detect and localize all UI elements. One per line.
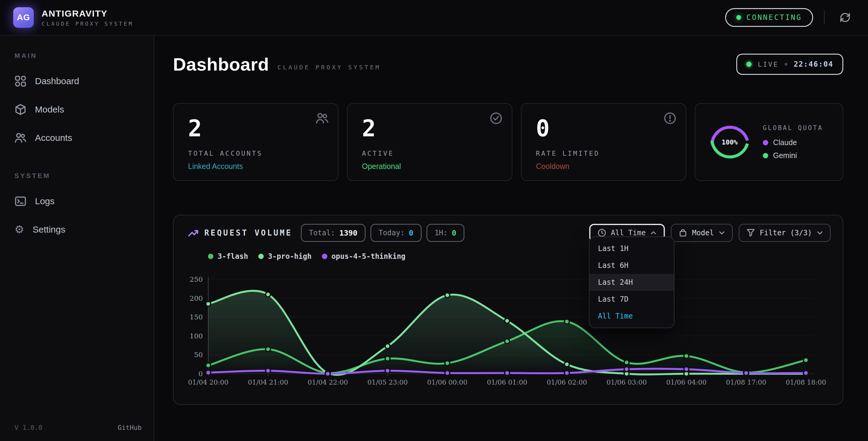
svg-text:100: 100 [190, 332, 203, 340]
svg-text:01/08 18:00: 01/08 18:00 [786, 379, 826, 386]
sidebar-item-models[interactable]: Models [0, 95, 154, 124]
badge-label: 1H: [435, 229, 447, 237]
chevron-up-icon [650, 231, 656, 235]
svg-text:01/06 02:00: 01/06 02:00 [547, 379, 587, 386]
claude-dot-icon [763, 140, 768, 145]
connection-status-badge[interactable]: CONNECTING [725, 8, 813, 27]
topbar: AG ANTIGRAVITY CLAUDE PROXY SYSTEM CONNE… [0, 0, 868, 36]
topbar-divider [824, 11, 825, 24]
stat-value: 0 [536, 117, 671, 140]
quota-title: GLOBAL QUOTA [763, 124, 823, 131]
request-volume-panel: REQUEST VOLUME Total: 1390 Today: 0 1H: … [173, 215, 843, 405]
app-subtitle: CLAUDE PROXY SYSTEM [41, 21, 133, 27]
app-name: ANTIGRAVITY [41, 8, 133, 19]
app-window: AG ANTIGRAVITY CLAUDE PROXY SYSTEM CONNE… [0, 0, 868, 441]
brand-block: ANTIGRAVITY CLAUDE PROXY SYSTEM [41, 8, 133, 27]
badge-label: Today: [378, 229, 405, 237]
svg-text:150: 150 [190, 313, 203, 321]
cube-icon [14, 104, 27, 116]
global-quota-card: 100% GLOBAL QUOTA Claude Gemini [695, 103, 843, 181]
quota-item-gemini: Gemini [763, 151, 823, 160]
badge-value: 0 [452, 229, 456, 237]
topbar-right: CONNECTING [725, 8, 855, 27]
gear-icon: ⚙ [14, 224, 24, 235]
model-filter-label: Model [692, 229, 714, 237]
sidebar-section-system: SYSTEM Logs ⚙ Settings [0, 172, 154, 244]
svg-text:200: 200 [190, 294, 203, 302]
quota-item-claude: Claude [763, 138, 823, 147]
legend-item-opus-4-5-thinking: opus-4-5-thinking [322, 252, 406, 261]
sidebar-item-dashboard[interactable]: Dashboard [0, 67, 154, 95]
svg-text:01/06 00:00: 01/06 00:00 [427, 379, 467, 386]
model-filter-button[interactable]: Model [671, 224, 733, 242]
dropdown-item-last-24h[interactable]: Last 24H [590, 274, 674, 291]
series-dot-icon [258, 254, 264, 259]
sidebar-item-logs[interactable]: Logs [0, 187, 154, 215]
terminal-icon [14, 195, 27, 207]
today-requests-badge: Today: 0 [370, 224, 422, 242]
legend-label: opus-4-5-thinking [332, 252, 406, 261]
refresh-button[interactable] [835, 8, 855, 27]
sidebar-section-main: MAIN Dashboard Models [0, 52, 154, 152]
dropdown-item-last-7d[interactable]: Last 7D [590, 291, 674, 308]
sidebar-item-label: Logs [35, 196, 55, 206]
sidebar-item-settings[interactable]: ⚙ Settings [0, 215, 154, 244]
sidebar-item-accounts[interactable]: Accounts [0, 124, 154, 152]
stat-value: 2 [188, 117, 323, 140]
chart-title: REQUEST VOLUME [204, 228, 292, 237]
svg-text:01/06 03:00: 01/06 03:00 [607, 379, 647, 386]
dropdown-item-all-time[interactable]: All Time [590, 308, 674, 325]
clock-icon [598, 229, 606, 237]
alert-circle-icon [663, 112, 677, 127]
sidebar-section-label: SYSTEM [0, 172, 154, 180]
funnel-icon [747, 229, 755, 237]
separator-dot-icon [784, 63, 787, 66]
quota-item-label: Claude [773, 138, 797, 147]
svg-text:50: 50 [194, 351, 203, 359]
svg-text:01/06 04:00: 01/06 04:00 [666, 379, 707, 386]
quota-donut: 100% [707, 120, 752, 165]
request-volume-chart: 05010015020025001/04 20:0001/04 21:0001/… [174, 215, 842, 404]
stat-card-rate-limited: 0 RATE LIMITED Cooldown [521, 103, 686, 181]
dropdown-item-last-6h[interactable]: Last 6H [590, 257, 674, 274]
grid-icon [14, 75, 27, 87]
github-link[interactable]: GitHub [118, 424, 142, 431]
stat-label: TOTAL ACCOUNTS [188, 150, 323, 157]
svg-text:01/08 17:00: 01/08 17:00 [726, 379, 767, 386]
page-subtitle: CLAUDE PROXY SYSTEM [278, 64, 381, 71]
stats-row: 2 TOTAL ACCOUNTS Linked Accounts 2 ACTIV… [173, 103, 843, 181]
svg-text:01/05 23:00: 01/05 23:00 [367, 379, 408, 386]
main-content: Dashboard CLAUDE PROXY SYSTEM LIVE 22:46… [154, 36, 868, 441]
filter-button[interactable]: Filter (3/3) [739, 224, 831, 242]
package-icon [679, 229, 687, 237]
stat-sub: Linked Accounts [188, 162, 323, 171]
live-dot-icon [746, 62, 752, 67]
legend-label: 3-flash [218, 252, 248, 261]
series-dot-icon [208, 254, 213, 259]
svg-text:250: 250 [190, 275, 203, 283]
logo-text: AG [17, 13, 30, 22]
stat-value: 2 [362, 117, 497, 140]
chevron-down-icon [719, 231, 725, 235]
total-requests-badge: Total: 1390 [301, 224, 366, 242]
refresh-icon [839, 12, 851, 23]
badge-label: Total: [309, 229, 335, 237]
time-range-label: All Time [611, 229, 646, 237]
page-header: Dashboard CLAUDE PROXY SYSTEM LIVE 22:46… [173, 54, 843, 75]
badge-value: 0 [409, 229, 413, 237]
version-label: V 1.0.0 [14, 424, 42, 431]
sidebar-item-label: Models [35, 105, 64, 115]
series-dot-icon [322, 254, 327, 259]
stat-sub: Cooldown [536, 162, 671, 171]
sidebar-item-label: Dashboard [35, 76, 79, 86]
svg-text:01/04 22:00: 01/04 22:00 [308, 379, 348, 386]
svg-text:01/04 21:00: 01/04 21:00 [248, 379, 288, 386]
sidebar-section-label: MAIN [0, 52, 154, 60]
dropdown-item-last-1h[interactable]: Last 1H [590, 240, 674, 257]
users-icon [315, 112, 329, 127]
chart-header: REQUEST VOLUME Total: 1390 Today: 0 1H: … [174, 215, 843, 242]
gemini-dot-icon [763, 153, 768, 158]
stat-label: RATE LIMITED [536, 150, 671, 157]
legend-label: 3-pro-high [268, 252, 312, 261]
legend-item-3-flash: 3-flash [208, 252, 248, 261]
